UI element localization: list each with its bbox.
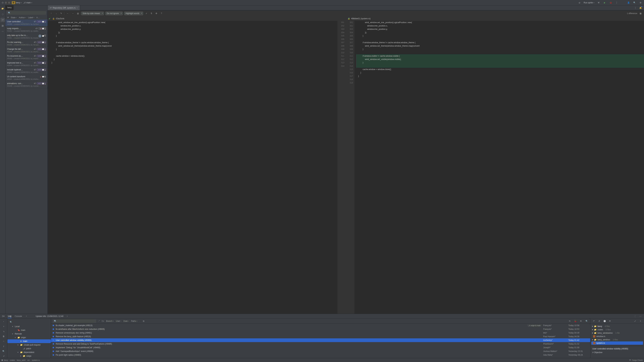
- pr-item[interactable]: include toplevel…🏷MERGED #9343 · created…: [5, 67, 48, 74]
- pr-item[interactable]: Change the def…🏷MERGED #9346 · created 0…: [5, 47, 48, 54]
- tree-cpr[interactable]: ▾📁create-pull-request: [8, 343, 51, 347]
- prev-diff-icon[interactable]: ↑: [49, 11, 53, 15]
- close-icon[interactable]: ×: [66, 315, 68, 318]
- editor-tab[interactable]: ⮂ Repository Diff: system.rs ×: [48, 5, 80, 10]
- settings-icon[interactable]: ⚙: [639, 1, 642, 4]
- pr-filter-author[interactable]: Author▾: [19, 16, 26, 19]
- pr-filter-label[interactable]: Label▾: [28, 16, 34, 19]
- file-row-selected[interactable]: system.rs: [591, 341, 643, 345]
- list-icon[interactable]: ▤: [76, 11, 80, 15]
- diff-settings-icon[interactable]: ⚙: [155, 11, 158, 15]
- sync-scroll-icon[interactable]: ⇅: [150, 11, 153, 15]
- pr-item[interactable]: Improved text w…🏷MERGED #9344 · created …: [5, 61, 48, 67]
- commit-row[interactable]: Remove the bevy_dylib feature (#9516)Pau…: [51, 335, 590, 338]
- ignore-mode-select[interactable]: Do not ignore: [105, 11, 123, 15]
- filter-paths[interactable]: Paths▾: [131, 320, 138, 322]
- pr-filter-funnel-icon[interactable]: ⧩: [7, 16, 9, 19]
- history-icon[interactable]: 🕘: [603, 319, 606, 323]
- minimize-window-icon[interactable]: [5, 2, 7, 4]
- tree-origin[interactable]: ▾📁origin: [8, 336, 51, 339]
- close-icon[interactable]: ×: [76, 7, 78, 9]
- commit-row[interactable]: fix wireframe after MeshUniform size red…: [51, 327, 590, 331]
- file-row[interactable]: window.rs: [591, 335, 643, 338]
- filter-user[interactable]: User▾: [116, 320, 122, 322]
- expand-icon[interactable]: ↗: [2, 354, 6, 358]
- tree-remote[interactable]: ▾Remote: [8, 332, 51, 336]
- branch-tree[interactable]: 🔍 ▾Local 🔖main ▾Remote ▾📁origin ★main ▾📁…: [8, 319, 51, 358]
- file-row[interactable]: ▾📁bevy_winit/src 2 files: [591, 338, 643, 341]
- pr-item[interactable]: Fix doc warning…🏷MERGED #9348 · created …: [5, 40, 48, 47]
- debug-icon[interactable]: 🐞: [609, 1, 612, 4]
- revert-icon[interactable]: ↶: [592, 319, 596, 323]
- pr-filter-assignee[interactable]: A…: [36, 16, 40, 19]
- pr-item[interactable]: User controlled …🏷MERGED #9355 · created…: [5, 19, 48, 26]
- collapse-icon[interactable]: ‹: [2, 320, 6, 323]
- close-window-icon[interactable]: [2, 2, 4, 4]
- help-icon[interactable]: ?: [160, 11, 163, 15]
- commit-tool-icon[interactable]: ◌: [0, 12, 5, 16]
- highlight-mode-select[interactable]: Highlight words: [124, 11, 143, 15]
- expand-icon[interactable]: ⤢: [633, 319, 637, 323]
- nav-back-icon[interactable]: ←: [66, 11, 70, 15]
- run-config-selector[interactable]: Run sprite ▾: [584, 1, 594, 4]
- delete-icon[interactable]: 🗑: [2, 335, 6, 338]
- pull-requests-tool-icon[interactable]: ⮂: [0, 18, 5, 22]
- regex-icon[interactable]: .*: [98, 320, 100, 322]
- tab-log[interactable]: Log: [8, 314, 12, 318]
- commit-row[interactable]: Remove Resource and add Debug to TaskPoo…: [51, 342, 590, 346]
- changed-files-tree[interactable]: ▾📁bevy 4 files ▾📁crates 3 files ▾📁bevy_w…: [590, 324, 644, 346]
- pr-filter-state[interactable]: State▾: [11, 16, 17, 19]
- file-row[interactable]: ▾📁bevy_window/src 1 file: [591, 331, 643, 335]
- pr-item[interactable]: only take up to the m…🏷 #9351 · created …: [5, 33, 48, 40]
- commit-row[interactable]: Add `GamepadButtonInput` event (#9008)Jo…: [51, 350, 590, 353]
- commits-search-input[interactable]: [56, 320, 95, 322]
- tree-origin-main[interactable]: ★main: [8, 339, 51, 343]
- code-with-me-icon[interactable]: 👤: [626, 1, 630, 4]
- structure-tool-icon[interactable]: ▤: [0, 23, 5, 28]
- collapse-icon[interactable]: ⤢: [144, 11, 148, 15]
- open-new-tab-icon[interactable]: ⧉: [142, 319, 146, 323]
- tree-cargo[interactable]: ▾📁cargo: [8, 354, 51, 358]
- commit-list[interactable]: fix shader_material_glsl example (#9513)…: [51, 324, 590, 358]
- refresh-icon[interactable]: ⟲: [568, 319, 572, 323]
- pr-item[interactable]: Fix incorrent do…🏷MERGED #9345 · created…: [5, 54, 48, 61]
- commit-row[interactable]: User controlled window visibility (#9355…: [51, 338, 590, 342]
- nav-fwd-icon[interactable]: →: [71, 11, 75, 15]
- cherry-pick-icon[interactable]: 🍒: [574, 319, 577, 323]
- checkout-icon[interactable]: ↘: [2, 330, 6, 333]
- tree-dependabot[interactable]: ▾📁dependabot: [8, 351, 51, 354]
- file-row[interactable]: ▾📁crates 3 files: [591, 328, 643, 331]
- edit-icon[interactable]: ✎: [59, 11, 63, 15]
- build-icon[interactable]: ⚒: [597, 1, 600, 4]
- hide-panel-icon[interactable]: —: [639, 314, 642, 318]
- close-icon[interactable]: ×: [639, 319, 642, 323]
- pr-item[interactable]: animations: con…🏷MERGED #9338 · created …: [5, 81, 48, 88]
- pr-item[interactable]: UI content transform🏷 #9341 · created 03…: [5, 74, 48, 81]
- commits-search[interactable]: 🔍: [53, 320, 96, 323]
- diff-body[interactable]: winit_window.set_ime_position(LogicalPos…: [48, 21, 644, 314]
- pr-repo-tab[interactable]: bevy: [5, 5, 14, 10]
- next-diff-icon[interactable]: ↓: [54, 11, 58, 15]
- pr-list[interactable]: User controlled …🏷MERGED #9355 · created…: [5, 19, 48, 314]
- branch-selector[interactable]: ⎇ main ▾: [23, 1, 32, 4]
- add-icon[interactable]: ＋: [2, 325, 6, 328]
- fetch-icon[interactable]: ⤓: [2, 345, 6, 348]
- pr-item[interactable]: rusty imports …🏷DRAFT #9352 · created 04…: [5, 26, 48, 33]
- notifications-icon[interactable]: 🔔: [639, 6, 642, 10]
- tree-patch[interactable]: ⎇patch: [8, 347, 51, 351]
- show-icon[interactable]: 👁: [579, 319, 583, 323]
- filter-branch[interactable]: Branch▾: [106, 320, 114, 322]
- tree-local[interactable]: ▾Local: [8, 325, 51, 328]
- more-icon[interactable]: ⋮: [615, 1, 618, 4]
- file-row[interactable]: ▾📁bevy 4 files: [591, 325, 643, 328]
- editor-more-icon[interactable]: ⋮: [634, 6, 637, 10]
- preview-icon[interactable]: 👁: [608, 319, 612, 323]
- viewer-mode-select[interactable]: Side-by-side viewer: [81, 11, 104, 15]
- file-list-icon[interactable]: ▦: [639, 11, 642, 15]
- commit-row[interactable]: Remove unnecessary doc string (#9481)lel…: [51, 331, 590, 335]
- project-selector[interactable]: B bevy ▾: [12, 1, 22, 4]
- run-icon[interactable]: ▶: [603, 1, 606, 4]
- more-tools-icon[interactable]: ⋯: [0, 29, 5, 33]
- panel-options-icon[interactable]: ⋮: [633, 314, 637, 318]
- cargo-check-label[interactable]: Cargo Check: [632, 359, 643, 361]
